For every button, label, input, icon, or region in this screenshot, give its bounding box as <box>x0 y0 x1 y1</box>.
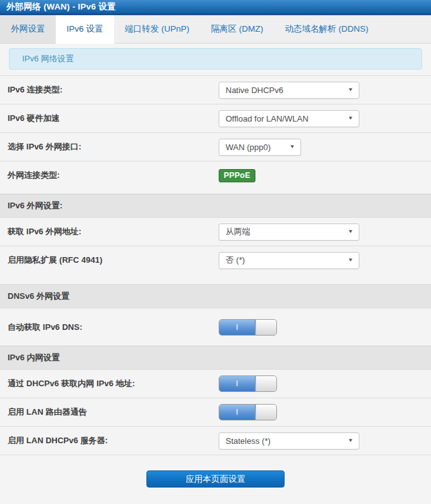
chevron-down-icon: ▼ <box>347 229 353 234</box>
form-row-wan-connection-type: 外网连接类型: PPPoE <box>0 161 431 189</box>
field-label: 获取 IPv6 外网地址: <box>8 226 219 237</box>
form-row-wan-interface: 选择 IPv6 外网接口: WAN (ppp0) ▼ <box>0 132 431 161</box>
select-value: Offload for LAN/WLAN <box>226 114 309 123</box>
form-row-lan-router-advertisement: 启用 LAN 路由器通告 I <box>0 398 431 426</box>
info-banner: IPv6 网络设置 <box>9 48 422 70</box>
toggle-on-segment: I <box>219 405 255 420</box>
section-ipv6-lan-settings: IPv6 内网设置 <box>0 346 431 369</box>
tab-dmz[interactable]: 隔离区 (DMZ) <box>200 15 274 43</box>
select-value: Native DHCPv6 <box>226 85 283 95</box>
section-label: DNSv6 外网设置 <box>8 291 70 302</box>
lan-router-advertisement-toggle[interactable]: I <box>219 404 277 420</box>
wan-connection-type-badge: PPPoE <box>219 169 255 182</box>
section-label: IPv6 内网设置 <box>8 352 60 363</box>
toggle-knob <box>255 376 276 391</box>
settings-form: IPv6 连接类型: Native DHCPv6 ▼ IPv6 硬件加速 Off… <box>0 75 431 455</box>
section-ipv6-wan-settings: IPv6 外网设置: <box>0 194 431 217</box>
field-label: 选择 IPv6 外网接口: <box>8 141 219 153</box>
form-row-hw-acceleration: IPv6 硬件加速 Offload for LAN/WLAN ▼ <box>0 104 431 132</box>
page-title: 外部网络 (WAN) - IPv6 设置 <box>6 1 116 13</box>
page-title-bar: 外部网络 (WAN) - IPv6 设置 <box>0 0 431 15</box>
section-dnsv6-wan-settings: DNSv6 外网设置 <box>0 284 431 308</box>
select-value: Stateless (*) <box>226 436 271 446</box>
auto-ipv6-dns-toggle[interactable]: I <box>219 319 277 336</box>
tab-bar: 外网设置 IPv6 设置 端口转发 (UPnP) 隔离区 (DMZ) 动态域名解… <box>0 15 431 44</box>
form-row-get-ipv6-address: 获取 IPv6 外网地址: 从两端 ▼ <box>0 217 431 246</box>
toggle-on-segment: I <box>219 376 255 391</box>
select-value: WAN (ppp0) <box>226 142 271 152</box>
field-label: 自动获取 IPv6 DNS: <box>8 322 219 333</box>
field-label: 启用 LAN DHCPv6 服务器: <box>8 435 219 446</box>
chevron-down-icon: ▼ <box>347 257 353 263</box>
field-label: IPv6 连接类型: <box>8 84 219 96</box>
apply-button[interactable]: 应用本页面设置 <box>146 470 285 488</box>
form-row-lan-dhcpv6-address: 通过 DHCPv6 获取内网 IPv6 地址: I <box>0 369 431 398</box>
ipv6-hw-acceleration-select[interactable]: Offload for LAN/WLAN ▼ <box>219 110 359 127</box>
form-row-privacy-extensions: 启用隐私扩展 (RFC 4941) 否 (*) ▼ <box>0 246 431 274</box>
form-row-connection-type: IPv6 连接类型: Native DHCPv6 ▼ <box>0 75 431 104</box>
field-label: 外网连接类型: <box>8 170 219 181</box>
tab-port-forwarding-upnp[interactable]: 端口转发 (UPnP) <box>114 15 200 43</box>
ipv6-connection-type-select[interactable]: Native DHCPv6 ▼ <box>219 82 359 99</box>
select-value: 否 (*) <box>226 255 245 266</box>
section-label: IPv6 外网设置: <box>8 200 63 211</box>
ipv6-wan-interface-select[interactable]: WAN (ppp0) ▼ <box>219 139 301 156</box>
tab-ddns[interactable]: 动态域名解析 (DDNS) <box>274 15 379 43</box>
tab-wan-settings[interactable]: 外网设置 <box>0 15 56 43</box>
field-label: IPv6 硬件加速 <box>8 113 219 124</box>
chevron-down-icon: ▼ <box>347 87 353 92</box>
toggle-knob <box>255 320 276 335</box>
field-label: 通过 DHCPv6 获取内网 IPv6 地址: <box>8 378 219 389</box>
field-label: 启用 LAN 路由器通告 <box>8 406 219 418</box>
lan-dhcpv6-server-select[interactable]: Stateless (*) ▼ <box>219 432 359 450</box>
form-row-lan-dhcpv6-server: 启用 LAN DHCPv6 服务器: Stateless (*) ▼ <box>0 426 431 455</box>
get-ipv6-address-select[interactable]: 从两端 ▼ <box>219 224 359 241</box>
toggle-on-segment: I <box>219 320 255 335</box>
toggle-knob <box>255 405 276 420</box>
info-banner-text: IPv6 网络设置 <box>22 53 74 65</box>
chevron-down-icon: ▼ <box>347 115 353 121</box>
chevron-down-icon: ▼ <box>347 438 353 443</box>
lan-dhcpv6-address-toggle[interactable]: I <box>219 375 277 392</box>
select-value: 从两端 <box>226 226 250 237</box>
field-label: 启用隐私扩展 (RFC 4941) <box>8 255 219 266</box>
form-row-auto-ipv6-dns: 自动获取 IPv6 DNS: I <box>0 308 431 346</box>
tab-ipv6-settings[interactable]: IPv6 设置 <box>56 15 114 44</box>
chevron-down-icon: ▼ <box>289 144 295 149</box>
apply-button-area: 应用本页面设置 <box>0 470 431 488</box>
privacy-extensions-select[interactable]: 否 (*) ▼ <box>219 252 359 269</box>
